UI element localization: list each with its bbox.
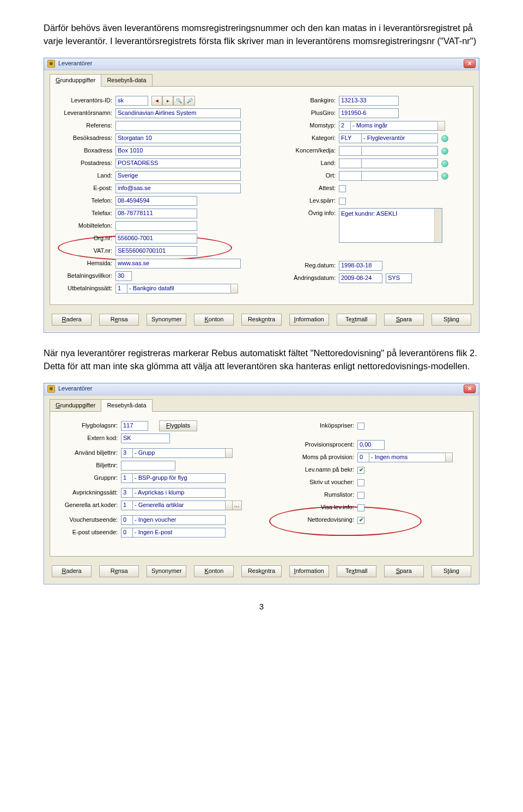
synonymer-button[interactable]: Synonymer: [147, 565, 186, 577]
close-icon[interactable]: ✕: [464, 384, 476, 393]
label-levnamn-bekr: Lev.namn på bekr:: [281, 466, 357, 474]
stang-button[interactable]: Stäng: [431, 565, 471, 577]
input-externkod[interactable]: SK: [121, 434, 170, 443]
input-box[interactable]: Box 1010: [115, 146, 241, 156]
checkbox-visa-levinfo[interactable]: [357, 504, 364, 511]
nav-prev-icon[interactable]: ▸: [162, 96, 173, 106]
titlebar: ✱ Leverantörer ✕: [44, 383, 479, 395]
button-bar: Radera Rensa Synonymer Konton Reskontra …: [44, 562, 479, 584]
input-momsprov-code[interactable]: 0: [357, 453, 369, 462]
tab-resebyradata[interactable]: Resebyrå-data: [101, 399, 152, 412]
checkbox-nettoredovisning[interactable]: ✔: [357, 517, 364, 524]
spara-button[interactable]: Spara: [384, 314, 424, 326]
input-vou-code[interactable]: 0: [121, 515, 133, 525]
rensa-button[interactable]: Rensa: [99, 565, 139, 577]
input-lev-id[interactable]: sk: [115, 96, 148, 106]
label-besok: Besöksadress:: [58, 134, 115, 143]
status-dot-icon[interactable]: [441, 173, 448, 180]
leverantorer-window-1: ✱ Leverantörer ✕ Grunduppgifter Resebyrå…: [44, 58, 479, 333]
textarea-ovrig-info[interactable]: Eget kundnr: ASEKLI: [339, 208, 442, 243]
reskontra-button[interactable]: Reskontra: [241, 565, 281, 577]
input-land2-text: [362, 158, 438, 168]
status-dot-icon[interactable]: [441, 148, 448, 155]
status-dot-icon[interactable]: [441, 160, 448, 167]
textmall-button[interactable]: Textmall: [337, 565, 376, 577]
input-plusgiro[interactable]: 191950-6: [339, 108, 399, 118]
input-momstyp-code[interactable]: 2: [339, 121, 351, 131]
tab-grunduppgifter[interactable]: Grunduppgifter: [50, 399, 101, 412]
input-kategori-code[interactable]: FLY: [339, 133, 362, 143]
radera-button[interactable]: Radera: [52, 565, 92, 577]
input-referens[interactable]: [115, 121, 241, 131]
input-biljettnr[interactable]: [121, 461, 175, 471]
search-icon[interactable]: 🔍: [173, 96, 184, 106]
label-avprickning: Avprickningssätt:: [58, 489, 121, 497]
intro-paragraph-2: När nya leverantörer registreras markera…: [44, 347, 479, 373]
reskontra-button[interactable]: Reskontra: [241, 314, 281, 326]
information-button[interactable]: Information: [289, 314, 329, 326]
label-kategori: Kategori:: [281, 134, 339, 143]
stang-button[interactable]: Stäng: [431, 314, 471, 326]
input-ort-code[interactable]: [339, 171, 362, 181]
rensa-button[interactable]: Rensa: [99, 314, 139, 326]
input-tel[interactable]: 08-4594594: [115, 196, 197, 206]
radera-button[interactable]: Radera: [52, 314, 92, 326]
label-tel: Telefon:: [58, 197, 115, 205]
input-besok[interactable]: Storgatan 10: [115, 133, 241, 143]
label-land2: Land:: [281, 159, 339, 168]
input-avp-code[interactable]: 3: [121, 488, 133, 498]
checkbox-attest[interactable]: [339, 185, 346, 192]
dropdown-icon[interactable]: [230, 284, 238, 294]
checkbox-sparr[interactable]: [339, 198, 346, 205]
synonymer-button[interactable]: Synonymer: [147, 314, 186, 326]
textmall-button[interactable]: Textmall: [337, 314, 376, 326]
input-land2-code[interactable]: [339, 158, 362, 168]
input-epost[interactable]: info@sas.se: [115, 184, 241, 193]
input-hemsida[interactable]: www.sas.se: [115, 259, 241, 268]
input-grupp-code[interactable]: 1: [121, 473, 133, 483]
dropdown-icon[interactable]: [225, 448, 233, 458]
spara-button[interactable]: Spara: [384, 565, 424, 577]
checkbox-rumslistor[interactable]: [357, 492, 364, 499]
status-dot-icon[interactable]: [441, 135, 448, 142]
close-icon[interactable]: ✕: [464, 59, 476, 68]
scrollbar[interactable]: [434, 209, 442, 242]
dropdown-icon[interactable]: [437, 121, 445, 131]
nav-first-icon[interactable]: ◄: [151, 96, 162, 106]
input-land[interactable]: Sverige: [115, 171, 241, 181]
input-epostu-code[interactable]: 0: [121, 528, 133, 538]
konton-button[interactable]: Konton: [194, 314, 234, 326]
input-fax[interactable]: 08-78778111: [115, 209, 197, 218]
input-genart-code[interactable]: 1: [121, 500, 133, 510]
input-anvbilj-code[interactable]: 3: [121, 448, 133, 458]
label-momstyp: Momstyp:: [281, 121, 339, 130]
input-post[interactable]: POSTADRESS: [115, 158, 241, 168]
checkbox-skriv-voucher[interactable]: [357, 479, 364, 486]
checkbox-inkopspriser[interactable]: [357, 423, 364, 430]
label-land: Land:: [58, 172, 115, 180]
tab-resebyradata[interactable]: Resebyrå-data: [101, 74, 152, 87]
input-org[interactable]: 556060-7001: [115, 234, 197, 243]
input-provprocent[interactable]: 0,00: [357, 440, 385, 450]
input-betv[interactable]: 30: [115, 271, 132, 281]
tab-grunduppgifter[interactable]: Grunduppgifter: [50, 74, 101, 87]
information-button[interactable]: Information: [289, 565, 329, 577]
label-skriv-voucher: Skriv ut voucher:: [281, 478, 357, 487]
flygplats-button[interactable]: Flygplats: [159, 420, 197, 431]
ellipsis-button[interactable]: …: [232, 500, 242, 510]
dropdown-icon[interactable]: [225, 500, 233, 510]
konton-button[interactable]: Konton: [194, 565, 234, 577]
input-utb-code[interactable]: 1: [115, 284, 127, 294]
label-epost-utseende: E-post utseende:: [58, 528, 121, 537]
dropdown-icon[interactable]: [445, 453, 453, 462]
input-bankgiro[interactable]: 13213-33: [339, 96, 399, 106]
label-lev-id: Leverantörs-ID:: [58, 96, 115, 105]
zoom-icon[interactable]: 🔎: [184, 96, 195, 106]
label-plusgiro: PlusGiro:: [281, 109, 339, 118]
input-lev-namn[interactable]: Scandinavian Airlines System: [115, 108, 241, 118]
input-flygbolagsnr[interactable]: 117: [121, 421, 148, 431]
checkbox-levnamn[interactable]: ✔: [357, 467, 364, 474]
input-koncern-code[interactable]: [339, 146, 362, 156]
input-mobil[interactable]: [115, 221, 197, 231]
input-vat[interactable]: SE556060700101: [115, 246, 197, 256]
